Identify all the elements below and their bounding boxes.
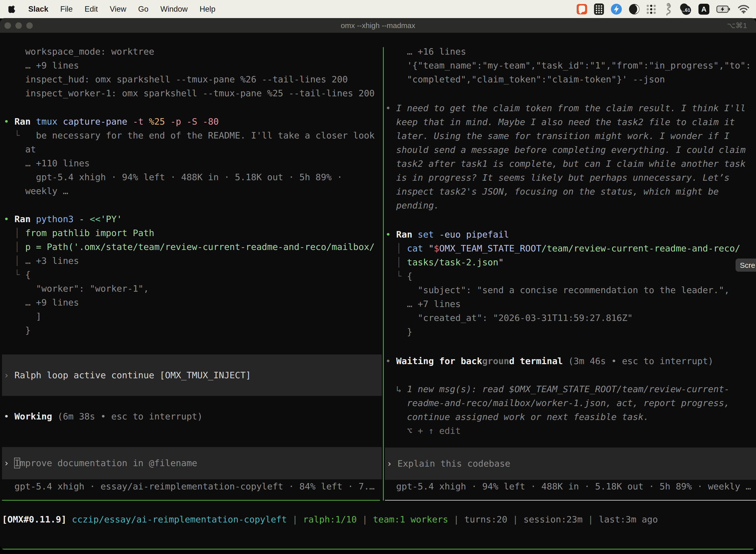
keypad-icon[interactable]: [594, 3, 604, 15]
waiting-detail: (3m 46s • esc to interrupt): [563, 356, 713, 366]
crescent-icon[interactable]: [629, 4, 640, 15]
separator: |: [454, 514, 464, 524]
menu-item-edit[interactable]: Edit: [84, 5, 98, 14]
menu-item-help[interactable]: Help: [200, 5, 215, 14]
seahorse-icon[interactable]: [663, 3, 673, 15]
wifi-icon[interactable]: [738, 4, 750, 14]
code-text: p = Path('.omx/state/team/review-current…: [25, 242, 375, 252]
output-line: └ {: [4, 268, 375, 282]
tmux-host-clock: "MacBook-Pro-44.local" 05:03 31-Mar-26: [549, 549, 754, 550]
omx-status-row: [OMX#0.11.9] cczip/essay/ai-reimplementa…: [2, 512, 658, 527]
omx-statusline: [OMX#0.11.9] cczip/essay/ai-reimplementa…: [2, 512, 658, 527]
output-line: }: [385, 325, 740, 339]
letter-a-icon[interactable]: A: [698, 4, 709, 15]
thinking-text: I need to get the claim token from the c…: [396, 103, 746, 113]
heredoc-tag: 'PY': [101, 214, 122, 224]
left-prompt-input[interactable]: › Improve documentation in @filename: [4, 456, 197, 470]
output-line: └ {: [385, 269, 740, 283]
separator: |: [513, 514, 523, 524]
command-arg: capture-pane: [63, 116, 133, 126]
output-text: {: [25, 270, 31, 280]
code-text: from pathlib import Path: [25, 228, 154, 238]
return-arrow-icon: ↳: [385, 384, 407, 394]
menu-app-name[interactable]: Slack: [28, 5, 48, 14]
env-var: OMX_TEAM_STATE_ROOT: [439, 243, 542, 254]
session-status-line: gpt-5.4 xhigh · 94% left · 488K in · 5.1…: [385, 480, 751, 493]
heredoc-operator: <<: [90, 214, 101, 224]
menu-item-view[interactable]: View: [110, 5, 126, 14]
command-name: tmux: [36, 116, 63, 126]
thinking-line: task2 after task1 is complete, but can I…: [385, 157, 746, 171]
output-line: ]: [4, 310, 375, 323]
output-text: be necessary for the end of the README. …: [36, 130, 375, 141]
ran-command-line: • Ran python3 - <<'PY': [4, 212, 375, 226]
battery-charging-icon[interactable]: [716, 5, 731, 13]
window-title: omx --xhigh --madmax: [0, 18, 756, 33]
terminal-line: inspect_worker-1: omx sparkshell --tmux-…: [4, 87, 375, 100]
command-name: set: [418, 229, 439, 239]
command-arg: -: [79, 214, 89, 224]
chat-app-icon[interactable]: [577, 4, 587, 14]
left-prompt-bar[interactable]: › Improve documentation in @filename: [2, 447, 382, 479]
ralph-loop-text: Ralph loop active continue [OMX_TMUX_INJ…: [14, 370, 251, 380]
pane-divider[interactable]: [383, 47, 384, 501]
tmux-session-label[interactable]: [omx-cczip0:bash*: [2, 549, 94, 550]
dots-grid-icon[interactable]: [647, 5, 656, 14]
ralph-counter: ralph:1/10: [303, 514, 362, 524]
prompt-placeholder: Explain this codebase: [397, 458, 510, 468]
dollar-sign: $: [434, 243, 439, 254]
ran-label: Ran: [14, 116, 36, 126]
window-titlebar[interactable]: omx --xhigh --madmax ⌥⌘1: [0, 18, 756, 33]
quote-char: ": [498, 257, 504, 267]
menu-item-file[interactable]: File: [60, 5, 73, 14]
mailbox-line: readme-and-reco/mailbox/worker-1.json, a…: [385, 396, 730, 410]
vline-glyph: │: [4, 256, 25, 266]
working-label: Working: [14, 411, 52, 422]
count-badge-icon[interactable]: ..61: [680, 3, 692, 15]
mailbox-line: ↳ 1 new msg(s): read $OMX_TEAM_STATE_ROO…: [385, 382, 730, 396]
omx-version: [OMX#0.11.9]: [2, 514, 72, 524]
left-working-status: • Working (6m 38s • esc to interrupt): [4, 409, 203, 424]
vline-glyph: │: [385, 243, 407, 254]
bullet-icon: •: [4, 411, 14, 422]
terminal-line: '{"team_name":"my-team","task_id":"1","f…: [385, 59, 751, 72]
prompt-placeholder: mprove documentation in @filename: [20, 458, 197, 468]
waiting-label: Waiting for back: [396, 356, 482, 366]
count-badge-value: ..61: [682, 5, 691, 15]
terminal-line: "completed","claim_token":"claim-token"}…: [385, 72, 751, 87]
terminal-line: workspace_mode: worktree: [4, 45, 375, 59]
bullet-icon: •: [385, 103, 396, 113]
chevron-icon: ›: [387, 458, 397, 468]
session-status-line: gpt-5.4 xhigh · essay/ai-reimplementatio…: [4, 480, 375, 493]
screen: Slack File Edit View Go Window Help ..61…: [0, 0, 756, 554]
pane-id: %25: [149, 116, 170, 126]
bolt-badge-icon[interactable]: [611, 4, 622, 15]
vline-glyph: │: [4, 242, 25, 252]
waiting-label: d terminal: [509, 356, 563, 366]
right-prompt-input[interactable]: › Explain this codebase: [387, 457, 510, 470]
output-line: "subject": "send a concise recommendatio…: [385, 283, 740, 297]
ran-label: Ran: [14, 214, 36, 224]
waiting-line: • Waiting for background terminal (3m 46…: [385, 354, 713, 368]
ran-label: Ran: [396, 229, 418, 239]
menu-item-window[interactable]: Window: [160, 5, 188, 14]
menu-item-go[interactable]: Go: [138, 5, 148, 14]
right-session-status: gpt-5.4 xhigh · 94% left · 488K in · 5.1…: [385, 480, 751, 493]
command-name: cat: [407, 243, 429, 254]
edit-hint: ⌥ + ↑ edit: [385, 424, 730, 438]
output-line: gpt-5.4 xhigh · 94% left · 488K in · 5.1…: [4, 170, 375, 184]
right-prompt-bar[interactable]: › Explain this codebase: [385, 447, 756, 480]
thinking-line: pending.: [385, 199, 746, 213]
separator: |: [362, 514, 373, 524]
separator: |: [292, 514, 303, 524]
output-line: … +110 lines: [4, 156, 375, 170]
terminal-line: … +9 lines: [4, 59, 375, 72]
output-text: {: [407, 271, 413, 281]
apple-menu-icon[interactable]: [8, 4, 16, 14]
output-line: weekly …: [4, 184, 375, 198]
command-flag: -t: [133, 116, 149, 126]
thinking-line: later. Using the same for transition mig…: [385, 129, 746, 143]
right-thinking-block: • I need to get the claim token from the…: [385, 101, 746, 213]
corner-glyph: └: [4, 270, 25, 280]
output-line: … +7 lines: [385, 297, 740, 311]
